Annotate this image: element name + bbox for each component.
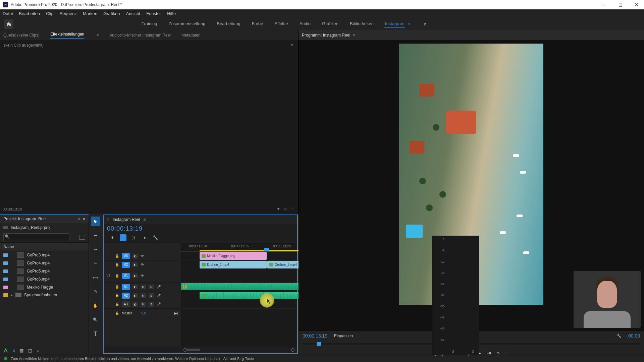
home-button[interactable] bbox=[4, 19, 13, 29]
settings-icon[interactable]: 🔧 bbox=[616, 334, 622, 338]
project-item[interactable]: GoPro5.mp4 bbox=[0, 267, 89, 275]
export-icon[interactable]: ⇱ bbox=[291, 206, 295, 211]
track-header-a2[interactable]: 🔒A2◐MS🎤 bbox=[104, 291, 181, 300]
track-target-button[interactable]: V3 bbox=[122, 253, 130, 259]
workspace-tab-zusammenstellung[interactable]: Zusammenstellung bbox=[168, 20, 206, 28]
project-column-header[interactable]: Name bbox=[0, 242, 89, 251]
workspace-tab-farbe[interactable]: Farbe bbox=[251, 20, 264, 28]
track-header-v3[interactable]: 🔒V3◐👁 bbox=[104, 252, 181, 260]
voice-record-icon[interactable]: 🎤 bbox=[157, 294, 161, 297]
voice-record-icon[interactable]: 🎤 bbox=[157, 302, 161, 306]
go-to-end-icon[interactable]: ▶| bbox=[174, 311, 178, 315]
panel-menu-icon[interactable]: ≡ bbox=[143, 217, 146, 222]
workspace-menu-icon[interactable]: ≡ bbox=[408, 22, 410, 26]
icon-size-slider[interactable]: ○ bbox=[37, 348, 39, 353]
new-item-icon[interactable] bbox=[3, 348, 8, 353]
track-target-button[interactable]: V2 bbox=[122, 262, 130, 268]
solo-button[interactable]: S bbox=[149, 302, 154, 307]
project-search-input[interactable] bbox=[3, 233, 69, 241]
panel-menu-icon[interactable]: ≡ bbox=[353, 33, 355, 38]
icon-view-button[interactable] bbox=[79, 235, 85, 240]
menu-marken[interactable]: Marken bbox=[83, 11, 97, 16]
menu-sequenz[interactable]: Sequenz bbox=[60, 11, 77, 16]
zoom-tool[interactable]: 🔍 bbox=[91, 315, 100, 324]
zoom-out-icon[interactable] bbox=[183, 348, 187, 352]
track-header-v2[interactable]: 🔒V2◐👁 bbox=[104, 260, 181, 269]
workspace-tab-training[interactable]: Training bbox=[141, 20, 158, 28]
audio-mixer-tab[interactable]: Audioclip-Mischer: Instagram Reel bbox=[109, 33, 171, 38]
master-value[interactable]: 0,0 bbox=[142, 311, 146, 315]
solo-button[interactable]: S bbox=[149, 293, 154, 298]
workspace-tab-bearbeitung[interactable]: Bearbeitung bbox=[216, 20, 241, 28]
minimize-button[interactable]: — bbox=[599, 1, 609, 9]
lock-icon[interactable]: 🔒 bbox=[115, 294, 119, 297]
workspace-more-icon[interactable]: » bbox=[424, 21, 427, 27]
effect-controls-tab[interactable]: Effekteinstellungen bbox=[50, 32, 84, 39]
clip[interactable]: Mexiko Flagge.png bbox=[200, 252, 267, 260]
type-tool[interactable]: T bbox=[91, 329, 100, 339]
project-item[interactable]: Mexiko Flagge bbox=[0, 283, 89, 291]
project-item[interactable]: ▸Sprachaufnahmen bbox=[0, 291, 89, 299]
lock-icon[interactable]: 🔒 bbox=[115, 263, 119, 266]
lock-icon[interactable]: 🔒 bbox=[115, 302, 119, 306]
mute-button[interactable]: M bbox=[141, 285, 146, 289]
lock-icon[interactable]: 🔒 bbox=[115, 274, 119, 278]
video-track-v3[interactable]: Mexiko Flagge.png bbox=[181, 252, 297, 260]
solo-button[interactable]: S bbox=[149, 285, 154, 289]
track-header-a1[interactable]: 🔒A1◐MS🎤 bbox=[104, 283, 181, 291]
ripple-edit-tool[interactable]: ⇥ bbox=[91, 245, 100, 254]
pen-tool[interactable]: ✎ bbox=[91, 287, 100, 296]
linked-selection-icon[interactable]: ⟩⟨ bbox=[130, 234, 137, 241]
sync-lock-icon[interactable]: ◐ bbox=[132, 293, 138, 298]
panel-expand-icon[interactable]: » bbox=[83, 217, 85, 221]
track-target-button[interactable]: V1 bbox=[122, 273, 130, 279]
filter-icon[interactable]: ▼ bbox=[276, 206, 280, 211]
list-view-icon[interactable]: ≡ bbox=[13, 348, 15, 353]
track-select-tool[interactable]: ↦ bbox=[91, 231, 100, 240]
menu-datei[interactable]: Datei bbox=[3, 11, 13, 16]
panel-menu-icon[interactable]: ≡ bbox=[96, 33, 99, 38]
close-button[interactable]: ✕ bbox=[632, 1, 641, 9]
sequence-tab[interactable]: Instagram Reel bbox=[113, 217, 140, 222]
workspace-tab-bibliotheken[interactable]: Bibliotheken bbox=[349, 20, 374, 28]
audio-track-a3[interactable] bbox=[181, 300, 297, 309]
thumbnail-view-icon[interactable]: ◫ bbox=[28, 348, 32, 353]
visibility-icon[interactable]: 👁 bbox=[141, 263, 144, 266]
freeform-view-icon[interactable]: ▦ bbox=[20, 348, 23, 353]
voice-record-icon[interactable]: 🎤 bbox=[157, 285, 161, 289]
lock-icon[interactable]: 🔒 bbox=[115, 311, 119, 315]
menu-hilfe[interactable]: Hilfe bbox=[167, 11, 176, 16]
workspace-tab-grafiken[interactable]: Grafiken bbox=[321, 20, 339, 28]
razor-tool[interactable]: ✂ bbox=[91, 259, 100, 268]
workspace-tab-audio[interactable]: Audio bbox=[299, 20, 311, 28]
audio-track-a2[interactable] bbox=[181, 291, 297, 300]
metadata-tab[interactable]: Metadaten bbox=[181, 33, 201, 38]
magnet-icon[interactable]: ⌒ bbox=[120, 234, 126, 241]
panel-menu-icon[interactable]: ≡ bbox=[78, 217, 80, 221]
settings-icon[interactable]: 🔧 bbox=[152, 234, 159, 241]
snap-icon[interactable]: ❄ bbox=[109, 234, 116, 241]
close-sequence-icon[interactable]: × bbox=[107, 217, 109, 222]
zoom-in-icon[interactable] bbox=[291, 348, 294, 352]
more-controls-icon[interactable]: » bbox=[497, 350, 500, 356]
visibility-icon[interactable]: 👁 bbox=[141, 274, 144, 278]
hand-tool[interactable]: ✋ bbox=[91, 301, 100, 310]
track-target-button[interactable]: A1 bbox=[122, 284, 130, 290]
audio-track-a1[interactable] bbox=[181, 283, 297, 291]
video-track-v1[interactable] bbox=[181, 269, 297, 283]
track-header-v1[interactable]: V1🔒V1◐👁 bbox=[104, 269, 181, 283]
menu-bearbeiten[interactable]: Bearbeiten bbox=[19, 11, 40, 16]
slip-tool[interactable]: ⟷ bbox=[91, 273, 100, 282]
sync-lock-icon[interactable]: ◐ bbox=[132, 254, 138, 258]
add-button[interactable]: + bbox=[505, 350, 508, 356]
lock-icon[interactable]: 🔒 bbox=[115, 254, 119, 258]
play-icon[interactable]: ▶ bbox=[284, 206, 287, 211]
project-item[interactable]: GoPro3.mp4 bbox=[0, 251, 89, 259]
menu-clip[interactable]: Clip bbox=[46, 11, 53, 16]
timeline-timecode[interactable]: 00:00:13:19 bbox=[107, 225, 143, 232]
source-tab[interactable]: Quelle: (keine Clips) bbox=[3, 33, 40, 38]
sync-lock-icon[interactable]: ◐ bbox=[132, 285, 138, 289]
track-header-a3[interactable]: 🔒A3◐MS🎤 bbox=[104, 300, 181, 309]
selection-tool[interactable] bbox=[91, 217, 100, 226]
expand-icon[interactable]: ▸ bbox=[291, 42, 293, 47]
